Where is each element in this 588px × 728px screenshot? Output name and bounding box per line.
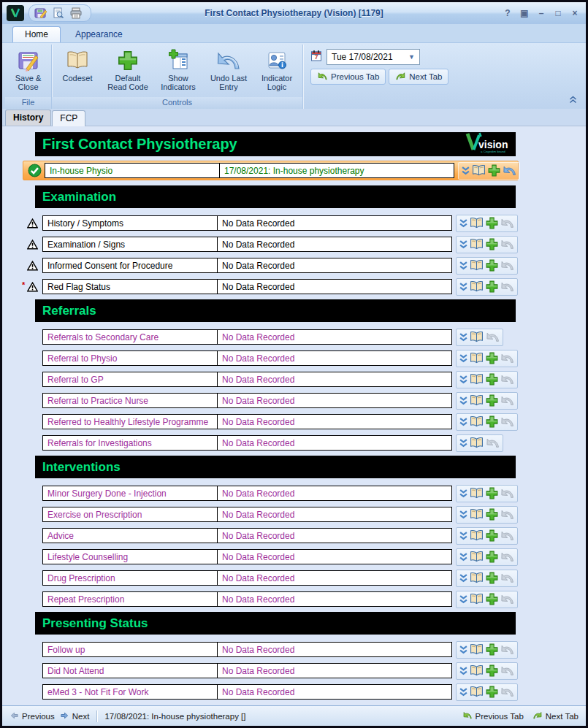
codeset-book-icon[interactable] (470, 217, 484, 229)
expand-chevron-icon[interactable] (459, 531, 467, 541)
row-value-field[interactable]: No Data Recorded (217, 570, 452, 586)
row-label-field[interactable]: Referral to Physio (42, 350, 218, 366)
row-value-field[interactable]: No Data Recorded (217, 372, 452, 387)
indicator-row[interactable]: Referrals for InvestigationsNo Data Reco… (23, 434, 519, 452)
add-entry-icon[interactable] (486, 572, 498, 584)
row-label-field[interactable]: Drug Prescription (42, 570, 218, 586)
codeset-book-icon[interactable] (470, 664, 484, 677)
row-label-field[interactable]: Repeat Prescription (42, 591, 218, 607)
row-label-field[interactable]: Follow up (42, 642, 218, 657)
fullscreen-icon[interactable]: ▣ (519, 8, 530, 18)
row-value-field[interactable]: No Data Recorded (217, 528, 452, 543)
save-icon[interactable] (34, 7, 48, 20)
add-entry-icon[interactable] (486, 487, 498, 499)
indicator-row[interactable]: Follow upNo Data Recorded (23, 640, 519, 659)
print-preview-icon[interactable] (51, 7, 66, 20)
codeset-book-icon[interactable] (470, 643, 484, 656)
add-entry-icon[interactable] (488, 164, 500, 177)
codeset-book-icon[interactable] (470, 331, 484, 343)
codeset-book-icon[interactable] (470, 280, 484, 293)
maximize-icon[interactable]: □ (553, 8, 563, 18)
codeset-book-icon[interactable] (470, 259, 484, 272)
indicator-row[interactable]: Exercise on PrescriptionNo Data Recorded (23, 505, 519, 524)
expand-chevron-icon[interactable] (459, 438, 467, 448)
row-value-field[interactable]: No Data Recorded (217, 507, 452, 522)
row-value-field[interactable]: No Data Recorded (217, 663, 452, 678)
add-entry-icon[interactable] (486, 415, 498, 428)
indicator-row[interactable]: Informed Consent for ProcedureNo Data Re… (23, 256, 519, 275)
codeset-book-icon[interactable] (470, 352, 484, 364)
row-value-field[interactable]: No Data Recorded (217, 215, 452, 231)
indicator-row[interactable]: Referral to GPNo Data Recorded (23, 370, 519, 388)
expand-chevron-icon[interactable] (459, 687, 467, 697)
row-label-field[interactable]: History / Symptoms (42, 215, 218, 231)
codeset-book-icon[interactable] (470, 508, 484, 521)
indicator-row[interactable]: Repeat PrescriptionNo Data Recorded (23, 590, 519, 608)
indicator-row[interactable]: *Red Flag StatusNo Data Recorded (23, 277, 519, 296)
row-value-field[interactable]: No Data Recorded (217, 549, 452, 564)
indicator-row[interactable]: Referral to Practice NurseNo Data Record… (23, 391, 519, 410)
add-entry-icon[interactable] (486, 394, 498, 407)
add-entry-icon[interactable] (486, 593, 498, 605)
indicator-row[interactable]: Referral to PhysioNo Data Recorded (23, 349, 519, 367)
print-icon[interactable] (69, 7, 83, 20)
expand-chevron-icon[interactable] (462, 166, 470, 176)
codeset-book-icon[interactable] (470, 238, 484, 250)
expand-chevron-icon[interactable] (459, 375, 467, 385)
expand-chevron-icon[interactable] (459, 510, 467, 520)
codeset-book-icon[interactable] (470, 572, 484, 584)
next-record-button[interactable]: Next (60, 711, 90, 721)
expand-chevron-icon[interactable] (459, 261, 467, 271)
save-close-button[interactable]: Save & Close (7, 46, 50, 93)
default-read-code-button[interactable]: Default Read Code (104, 46, 152, 93)
expand-chevron-icon[interactable] (459, 666, 467, 676)
expand-chevron-icon[interactable] (459, 552, 467, 562)
indicator-row[interactable]: Examination / SignsNo Data Recorded (23, 235, 519, 253)
undo-entry-icon[interactable] (503, 165, 516, 176)
expand-chevron-icon[interactable] (459, 332, 467, 342)
row-label-field[interactable]: Referral to Practice Nurse (42, 393, 218, 408)
add-entry-icon[interactable] (486, 238, 498, 250)
row-value-field[interactable]: No Data Recorded (217, 642, 452, 657)
codeset-book-icon[interactable] (470, 529, 484, 542)
add-entry-icon[interactable] (486, 551, 498, 563)
ribbon-tab-appearance[interactable]: Appearance (64, 27, 134, 42)
indicator-row[interactable]: History / SymptomsNo Data Recorded (23, 214, 519, 232)
expand-chevron-icon[interactable] (459, 218, 467, 229)
indicator-row[interactable]: AdviceNo Data Recorded (23, 526, 519, 545)
row-label-field[interactable]: Did Not Attend (42, 663, 218, 678)
codeset-book-icon[interactable] (470, 394, 484, 407)
row-label-field[interactable]: Minor Surgery Done - Injection (42, 486, 218, 501)
row-label-field[interactable]: Examination / Signs (42, 237, 218, 252)
expand-chevron-icon[interactable] (459, 240, 467, 250)
row-value-field[interactable]: No Data Recorded (217, 237, 452, 252)
row-value-field[interactable]: No Data Recorded (217, 684, 452, 700)
add-entry-icon[interactable] (486, 508, 498, 521)
row-label-field[interactable]: Red Flag Status (42, 279, 218, 294)
codeset-book-icon[interactable] (470, 686, 484, 698)
row-value-field[interactable]: No Data Recorded (217, 393, 452, 408)
previous-tab-button[interactable]: Previous Tab (310, 69, 386, 85)
expand-chevron-icon[interactable] (459, 573, 467, 583)
minimize-icon[interactable]: – (536, 8, 546, 18)
row-value-field[interactable]: No Data Recorded (217, 279, 452, 294)
expand-chevron-icon[interactable] (459, 645, 467, 655)
row-value-field[interactable]: No Data Recorded (217, 414, 452, 429)
help-icon[interactable]: ? (503, 8, 513, 18)
codeset-book-icon[interactable] (470, 593, 484, 605)
indicator-row[interactable]: Did Not AttendNo Data Recorded (23, 662, 519, 680)
chevron-down-icon[interactable]: ▼ (408, 53, 415, 61)
codeset-book-icon[interactable] (472, 164, 486, 177)
row-label-field[interactable]: Exercise on Prescription (42, 507, 218, 522)
show-indicators-button[interactable]: Show Indicators (154, 46, 202, 93)
indicator-row[interactable]: Minor Surgery Done - InjectionNo Data Re… (23, 484, 519, 502)
row-label-field[interactable]: In-house Physio (45, 163, 220, 178)
expand-chevron-icon[interactable] (459, 417, 467, 427)
row-value-field[interactable]: No Data Recorded (217, 350, 452, 366)
close-icon[interactable]: × (570, 8, 580, 18)
add-entry-icon[interactable] (486, 529, 498, 542)
next-tab-button[interactable]: Next Tab (389, 69, 448, 85)
indicator-row[interactable]: Lifestyle CounsellingNo Data Recorded (23, 548, 519, 566)
indicator-row[interactable]: eMed 3 - Not Fit For WorkNo Data Recorde… (23, 683, 519, 701)
tab-history[interactable]: History (5, 110, 51, 126)
